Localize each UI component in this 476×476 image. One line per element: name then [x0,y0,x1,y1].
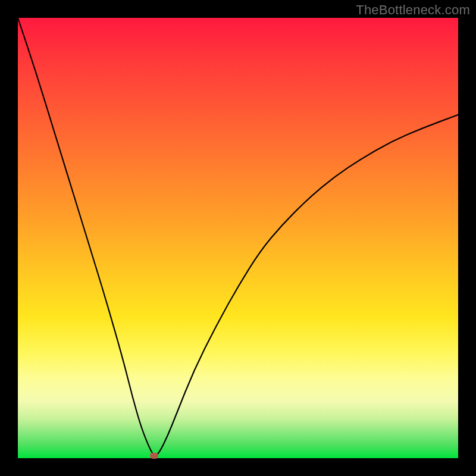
bottleneck-curve [18,18,458,458]
optimal-point-marker [150,453,158,459]
watermark-text: TheBottleneck.com [356,2,470,18]
chart-stage: TheBottleneck.com [0,0,476,476]
plot-area [18,18,458,458]
